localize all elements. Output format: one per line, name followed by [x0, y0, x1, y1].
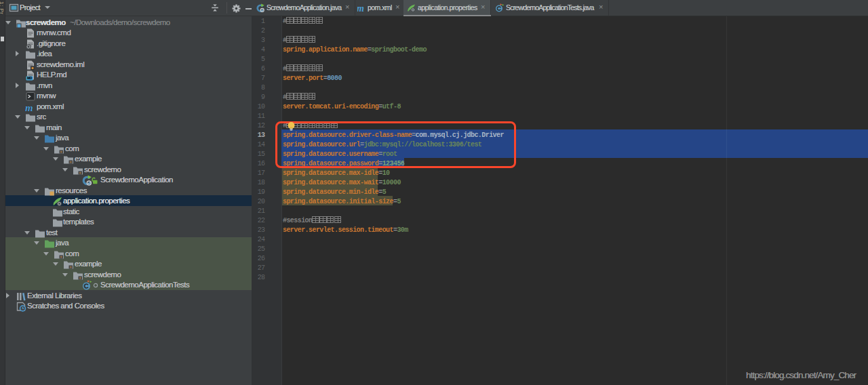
svg-text:m: m [357, 3, 364, 12]
